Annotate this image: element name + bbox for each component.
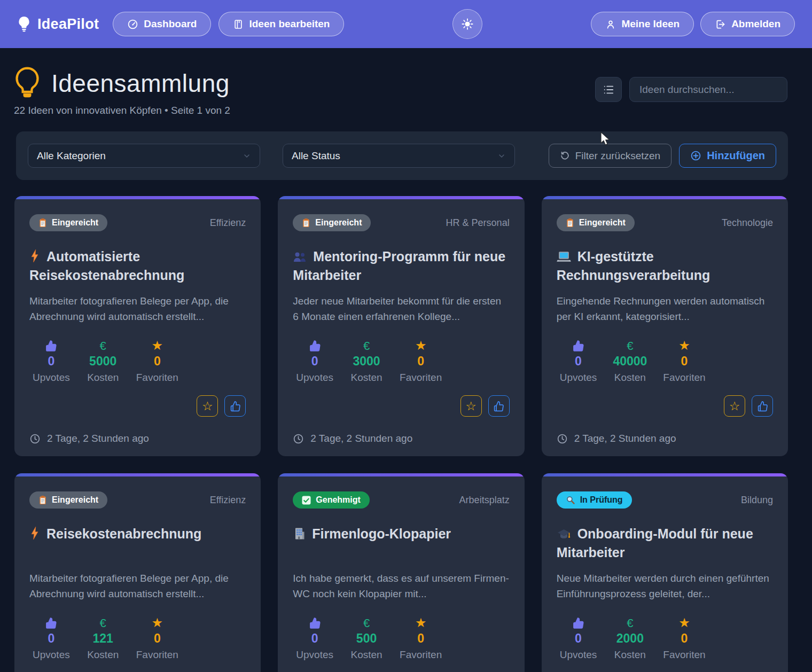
idea-card: Eingereicht Effizienz Reisekostenabrechn… [14,473,261,672]
idea-title: Reisekostenabrechnung [29,525,246,563]
notebook-icon [233,19,244,30]
clipboard-icon [38,218,47,228]
stat-favorites: ★ 0 Favoriten [136,615,178,661]
idea-title: Automatisierte Reisekostenabrechnung [29,247,246,286]
stat-upvotes: 0 Upvotes [560,615,597,661]
euro-icon: € [363,615,370,629]
favorite-button[interactable]: ☆ [460,395,482,417]
idea-card: In Prüfung Bildung Onboarding-Modul für … [542,473,788,672]
category-label: Bildung [741,495,773,506]
stat-favorites: ★ 0 Favoriten [663,615,705,661]
stat-cost: € 40000 Kosten [612,338,648,384]
user-icon [605,19,616,30]
euro-icon: € [100,615,106,629]
upvote-button[interactable] [488,395,510,417]
stat-cost: € 5000 Kosten [85,338,121,384]
navbar: IdeaPilot Dashboard Ideen bearbeiten [0,0,812,48]
status-badge: In Prüfung [557,491,632,509]
favorite-button[interactable]: ☆ [724,395,745,417]
lightbulb-outline-icon [14,66,41,100]
clock-icon [293,433,304,444]
page-header: Ideensammlung 22 Ideen von innovativen K… [0,48,812,116]
euro-icon: € [363,338,370,352]
list-icon [603,84,614,95]
stat-favorites: ★ 0 Favoriten [136,338,178,384]
idea-description: Eingehende Rechnungen werden automatisch… [557,293,773,326]
stats-row: 0 Upvotes € 40000 Kosten ★ 0 Favoriten [557,338,773,384]
status-badge: Eingereicht [293,214,371,231]
star-icon: ★ [152,615,163,629]
status-select-value: Alle Status [292,150,340,162]
euro-icon: € [100,338,106,352]
nav-dashboard-label: Dashboard [144,18,197,30]
thumbs-up-outline-icon [757,401,768,412]
euro-icon: € [627,338,633,352]
nav-dashboard-button[interactable]: Dashboard [113,12,211,36]
category-label: Effizienz [210,495,246,506]
thumbs-up-outline-icon [230,401,241,412]
plus-circle-icon [690,150,701,161]
my-ideas-label: Meine Ideen [621,18,680,30]
star-icon: ★ [678,338,690,352]
chevron-down-icon [497,152,506,160]
reset-filters-label: Filter zurücksetzen [575,150,660,162]
people-icon [293,251,307,263]
stat-cost: € 121 Kosten [85,615,121,661]
clipboard-icon [566,218,574,228]
list-view-button[interactable] [595,77,622,102]
stats-row: 0 Upvotes € 500 Kosten ★ 0 Favoriten [293,615,509,661]
stat-cost: € 2000 Kosten [612,615,648,661]
page-subtitle: 22 Ideen von innovativen Köpfen • Seite … [14,105,595,116]
lightbulb-icon [17,16,31,32]
star-icon: ★ [678,615,690,629]
upvote-button[interactable] [752,395,773,417]
logout-button[interactable]: Abmelden [700,12,795,36]
idea-description: Mitarbeiter fotografieren Belege per App… [29,571,246,604]
my-ideas-button[interactable]: Meine Ideen [591,12,694,36]
idea-title: Onboarding-Modul für neue Mitarbeiter [557,525,773,563]
stat-cost: € 500 Kosten [348,615,385,661]
idea-grid: Eingereicht Effizienz Automatisierte Rei… [14,196,788,672]
nav-edit-ideas-label: Ideen bearbeiten [249,18,330,30]
stats-row: 0 Upvotes € 3000 Kosten ★ 0 Favoriten [293,338,509,384]
theme-toggle-button[interactable] [452,9,482,39]
search-input[interactable] [629,77,787,102]
status-badge: Eingereicht [29,214,107,231]
clipboard-icon [38,495,47,505]
chevron-down-icon [243,152,251,160]
category-label: Effizienz [210,217,246,229]
status-select[interactable]: Alle Status [283,144,515,168]
magnifier-icon [566,495,575,505]
stat-upvotes: 0 Upvotes [560,338,597,384]
star-icon: ★ [415,615,427,629]
category-select[interactable]: Alle Kategorien [28,144,260,168]
category-label: Arbeitsplatz [459,495,510,506]
page-title: Ideensammlung [51,69,230,98]
nav-edit-ideas-button[interactable]: Ideen bearbeiten [218,12,344,36]
lightning-icon [29,526,40,540]
stat-favorites: ★ 0 Favoriten [400,338,442,384]
reset-filters-button[interactable]: Filter zurücksetzen [549,144,672,168]
building-icon [293,527,306,540]
stat-upvotes: 0 Upvotes [296,615,333,661]
stat-cost: € 3000 Kosten [348,338,385,384]
idea-card: Genehmigt Arbeitsplatz Firmenlogo-Klopap… [278,473,524,672]
idea-card: Eingereicht HR & Personal Mentoring-Prog… [278,196,524,456]
stat-favorites: ★ 0 Favoriten [400,615,442,661]
status-badge: Eingereicht [29,491,107,509]
thumbs-up-icon [45,338,57,352]
stats-row: 0 Upvotes € 2000 Kosten ★ 0 Favoriten [557,615,773,661]
thumbs-up-icon [45,615,57,629]
idea-description: Ich habe gemerkt, dass es auf unserem Fi… [293,571,509,604]
brand-name: IdeaPilot [37,16,99,33]
star-icon: ★ [152,338,163,352]
stat-upvotes: 0 Upvotes [33,615,70,661]
category-label: Technologie [722,217,773,229]
favorite-button[interactable]: ☆ [197,395,218,417]
lightning-icon [29,249,40,263]
add-idea-button[interactable]: Hinzufügen [679,144,776,168]
thumbs-up-outline-icon [493,401,504,412]
upvote-button[interactable] [224,395,246,417]
stat-upvotes: 0 Upvotes [33,338,70,384]
check-icon [302,496,311,505]
